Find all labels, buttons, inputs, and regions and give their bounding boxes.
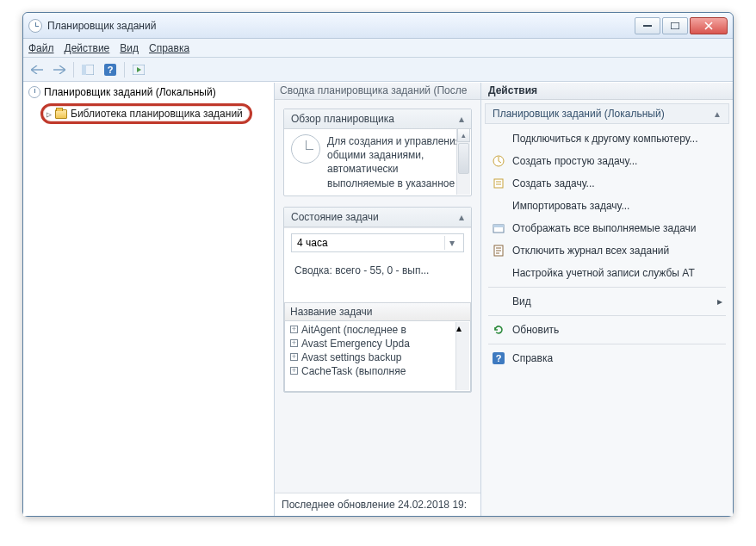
scroll-thumb[interactable] — [458, 143, 469, 174]
separator — [488, 287, 726, 288]
svg-rect-1 — [671, 22, 679, 29]
tree-root-node[interactable]: Планировщик заданий (Локальный) — [25, 84, 272, 100]
status-panel: Состояние задачи ▴ 4 часа ▾ Сводка: всег… — [283, 207, 472, 393]
tree-expander-icon[interactable]: ▷ — [46, 109, 52, 119]
task-label: CacheTask (выполняе — [301, 365, 406, 377]
action-label: Вид — [512, 295, 531, 307]
period-select[interactable]: 4 часа ▾ — [291, 233, 464, 252]
chevron-up-icon: ▲ — [713, 109, 722, 119]
svg-rect-3 — [82, 65, 86, 75]
wizard-icon — [492, 154, 505, 168]
titlebar[interactable]: Планировщик заданий — [23, 13, 733, 39]
summary-line: Сводка: всего - 55, 0 - вып... — [284, 257, 471, 283]
action-label: Создать простую задачу... — [512, 155, 637, 167]
actions-context: Планировщик заданий (Локальный) — [493, 108, 665, 120]
window-title: Планировщик заданий — [47, 20, 635, 32]
status-title: Состояние задачи — [291, 211, 379, 223]
action-help[interactable]: ? Справка — [485, 347, 729, 369]
task-list: + AitAgent (последнее в + Avast Emergenc… — [284, 321, 471, 392]
nav-back-button[interactable] — [27, 60, 47, 79]
expand-icon[interactable]: + — [290, 353, 298, 361]
status-panel-header[interactable]: Состояние задачи ▴ — [284, 208, 471, 227]
scrollbar[interactable]: ▴ — [456, 128, 470, 195]
actions-subheader[interactable]: Планировщик заданий (Локальный) ▲ — [485, 103, 729, 124]
task-row[interactable]: + Avast settings backup — [285, 351, 470, 364]
period-value: 4 часа — [297, 237, 328, 249]
overview-panel-header[interactable]: Обзор планировщика ▴ — [284, 109, 471, 129]
actions-list: Подключиться к другому компьютеру... Соз… — [481, 127, 733, 369]
tree-pane: Планировщик заданий (Локальный) ▷ Библио… — [23, 83, 275, 516]
help-icon: ? — [492, 351, 505, 365]
scrollbar[interactable]: ▴ — [455, 322, 469, 390]
action-label: Отключить журнал всех заданий — [512, 245, 669, 257]
blank-icon — [492, 266, 505, 280]
chevron-up-icon: ▴ — [459, 113, 464, 125]
expand-icon[interactable]: + — [290, 367, 298, 375]
action-refresh[interactable]: Обновить — [485, 319, 729, 341]
action-create-task[interactable]: Создать задачу... — [485, 172, 729, 195]
svg-rect-0 — [643, 25, 652, 27]
expand-icon[interactable]: + — [290, 339, 298, 347]
expand-icon[interactable]: + — [290, 326, 298, 333]
svg-text:?: ? — [496, 353, 502, 363]
folder-icon — [55, 109, 67, 119]
svg-text:?: ? — [108, 65, 114, 75]
blank-icon — [492, 199, 505, 213]
content-area: Планировщик заданий (Локальный) ▷ Библио… — [23, 82, 733, 516]
menu-file[interactable]: Файл — [28, 42, 54, 54]
help-button[interactable]: ? — [100, 60, 121, 79]
action-at-service[interactable]: Настройка учетной записи службы AT — [485, 262, 729, 284]
menu-help[interactable]: Справка — [149, 42, 189, 54]
task-row[interactable]: + Avast Emergency Upda — [285, 337, 470, 351]
task-row[interactable]: + CacheTask (выполняе — [285, 364, 470, 378]
chevron-up-icon: ▴ — [459, 211, 464, 223]
overview-text: Для создания и управления общими задания… — [327, 134, 464, 190]
task-scheduler-window: Планировщик заданий Файл Действие Вид Сп… — [22, 12, 734, 517]
separator — [488, 344, 726, 344]
action-label: Создать задачу... — [512, 177, 595, 189]
toolbar: ? — [23, 58, 733, 82]
action-label: Импортировать задачу... — [512, 200, 629, 212]
summary-pane: Сводка планировщика заданий (После Обзор… — [275, 83, 481, 516]
clock-icon — [291, 134, 320, 164]
action-connect[interactable]: Подключиться к другому компьютеру... — [485, 127, 729, 150]
scroll-thumb[interactable] — [456, 334, 469, 357]
minimize-button[interactable] — [635, 17, 660, 34]
overview-title: Обзор планировщика — [291, 113, 394, 125]
run-button[interactable] — [128, 60, 149, 79]
action-label: Отображать все выполняемые задачи — [512, 222, 697, 234]
chevron-right-icon: ▸ — [717, 295, 722, 307]
toolbar-separator — [124, 62, 125, 78]
maximize-button[interactable] — [662, 17, 688, 34]
action-label: Обновить — [512, 324, 559, 336]
summary-header: Сводка планировщика заданий (После — [275, 83, 480, 100]
menu-action[interactable]: Действие — [65, 42, 110, 54]
action-show-running[interactable]: Отображать все выполняемые задачи — [485, 217, 729, 239]
tasklist-header[interactable]: Название задачи — [284, 302, 471, 321]
action-label: Справка — [512, 352, 553, 364]
chevron-down-icon: ▾ — [444, 236, 458, 250]
task-icon — [492, 177, 505, 190]
scroll-up-button[interactable]: ▴ — [456, 322, 469, 334]
action-view[interactable]: Вид ▸ — [485, 290, 729, 313]
task-label: Avast Emergency Upda — [301, 338, 410, 350]
action-import-task[interactable]: Импортировать задачу... — [485, 195, 729, 217]
tree-library-node[interactable]: Библиотека планировщика заданий — [71, 108, 243, 120]
blank-icon — [492, 132, 505, 146]
action-label: Подключиться к другому компьютеру... — [512, 133, 698, 145]
task-row[interactable]: + AitAgent (последнее в — [285, 323, 470, 337]
task-label: Avast settings backup — [301, 351, 402, 363]
nav-forward-button[interactable] — [49, 60, 70, 79]
window-controls — [635, 17, 728, 34]
actions-pane: Действия Планировщик заданий (Локальный)… — [481, 83, 733, 516]
close-button[interactable] — [690, 17, 728, 34]
summary-body: Обзор планировщика ▴ Для создания и упра… — [275, 100, 480, 493]
scroll-up-button[interactable]: ▴ — [457, 128, 470, 142]
blank-icon — [492, 295, 505, 308]
show-tree-button[interactable] — [77, 60, 98, 79]
action-create-basic-task[interactable]: Создать простую задачу... — [485, 150, 729, 172]
action-disable-log[interactable]: Отключить журнал всех заданий — [485, 239, 729, 262]
tree-root-label: Планировщик заданий (Локальный) — [44, 86, 216, 98]
menu-view[interactable]: Вид — [120, 42, 139, 54]
highlight-annotation: ▷ Библиотека планировщика заданий — [40, 103, 252, 124]
